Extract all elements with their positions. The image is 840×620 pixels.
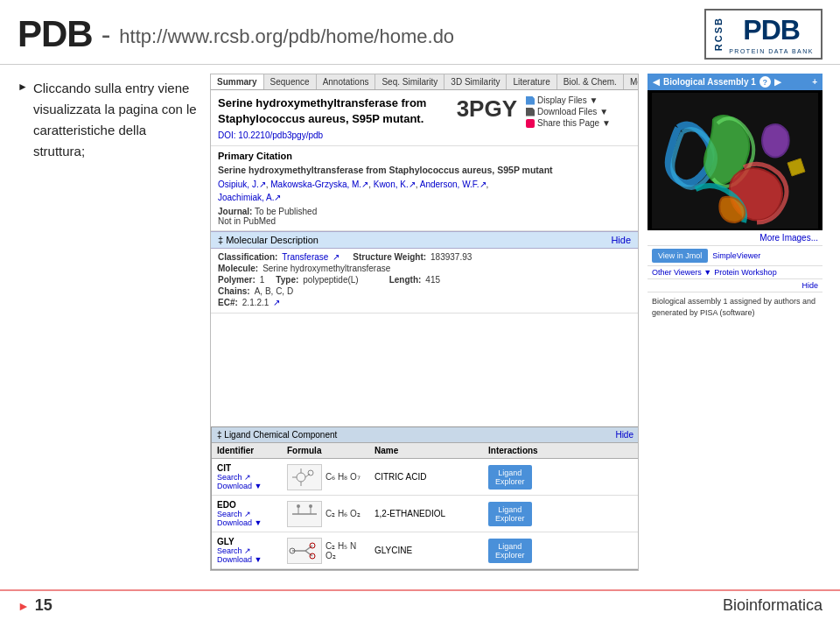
polymer-value: 1 [260,275,265,285]
display-files-label: Display Files ▼ [537,95,598,105]
doi-value[interactable]: 10.2210/pdb3pgy/pdb [238,130,323,140]
ligand-name-cit: CITRIC ACID [369,470,483,483]
bio-assembly-header: ◀ Biological Assembly 1 ? ▶ + [648,74,822,90]
journal-value: To be Published [255,207,317,216]
bio-nav-left-icon[interactable]: ◀ [653,77,660,87]
ligand-name-gly: GLYCINE [369,544,483,557]
logo-pdb-text: PDB [743,14,800,46]
other-viewers-row: Other Viewers ▼ Protein Workshop [648,266,822,279]
col-formula: Formula [282,443,369,458]
svg-point-10 [309,504,312,508]
cit-mol-thumb [287,464,322,490]
bio-hide-label[interactable]: Hide [802,281,818,290]
molecule-label: Molecule: [218,264,258,273]
protein-structure-svg [652,93,818,229]
ec-label: EC#: [218,298,238,307]
mol-classification-row: Classification: Transferase ↗ Structure … [218,252,631,262]
display-files-icon [526,96,535,105]
left-description-text: Cliccando sulla entry viene visualizzata… [33,78,201,162]
viewer-row: View in Jmol SimpleViewer [648,246,822,266]
cit-search[interactable]: Search ↗ [217,473,276,482]
ligand-int-gly: LigandExplorer [483,537,639,565]
ligand-hide[interactable]: Hide [615,430,634,440]
bullet-arrow-icon: ► [18,81,28,93]
tab-biol-chem[interactable]: Biol. & Chem. [557,74,624,89]
entry-doi: DOI: 10.2210/pdb3pgy/pdb [218,130,448,140]
view-jmol-button[interactable]: View in Jmol [652,249,708,263]
cit-structure-svg [288,465,321,490]
author-osipiuk[interactable]: Osipiuk, J.↗ [218,180,266,189]
center-panel: Summary Sequence Annotations Seq. Simila… [210,74,639,571]
type-value: polypeptide(L) [303,275,358,285]
tab-seq-similarity[interactable]: Seq. Similarity [375,74,444,89]
tab-3d-similarity[interactable]: 3D Similarity [444,74,507,89]
author-anderson[interactable]: Anderson, W.F.↗ [420,180,486,189]
simple-viewer-link[interactable]: SimpleViewer [712,251,760,260]
journal-label: Journal: [218,207,252,216]
cit-download[interactable]: Download ▼ [217,482,276,490]
edo-search[interactable]: Search ↗ [217,510,276,518]
length-label: Length: [389,275,422,285]
citation-journal: Journal: To be Published [218,207,631,216]
footer-number: 15 [35,596,52,615]
footer-bullet-icon: ► [18,599,30,613]
header-url: http://www.rcsb.org/pdb/home/home.do [119,25,454,48]
ligand-explorer-btn-edo[interactable]: LigandExplorer [488,502,532,526]
edo-mol-thumb [287,501,322,527]
polymer-label: Polymer: [218,275,256,285]
share-page-link[interactable]: Share this Page ▼ [526,118,631,128]
ligand-int-edo: LigandExplorer [483,500,639,528]
author-makowska[interactable]: Makowska-Grzyska, M.↗ [270,180,368,189]
ligand-row-gly: GLY Search ↗ Download ▼ [212,532,639,569]
display-files-link[interactable]: Display Files ▼ [526,95,631,105]
molecular-description-header: ‡ Molecular Description Hide [211,231,638,249]
ligand-title: ‡ Ligand Chemical Component [217,430,337,440]
tab-summary[interactable]: Summary [211,74,264,89]
share-page-icon [526,119,535,128]
cit-formula-text: C₆ H₈ O₇ [326,472,360,482]
tab-literature[interactable]: Literature [507,74,556,89]
citation-pubmed: Not in PubMed [218,216,631,226]
svg-point-0 [297,473,305,482]
more-images-link[interactable]: More Images... [648,230,822,246]
pdb-title: PDB [18,13,93,55]
ligand-explorer-btn-cit[interactable]: LigandExplorer [488,465,532,490]
classification-value[interactable]: Transferase [282,252,328,262]
header-dash: - [102,18,111,51]
ligand-formula-edo: C₂ H₆ O₂ [282,499,369,529]
svg-point-9 [297,504,300,508]
ligand-explorer-btn-gly[interactable]: LigandExplorer [488,539,532,563]
mol-desc-hide[interactable]: Hide [611,235,631,245]
tab-methods[interactable]: Methods [624,74,639,89]
bio-question-btn[interactable]: ? [760,76,771,88]
molecular-detail: Classification: Transferase ↗ Structure … [211,249,638,314]
other-viewers-link[interactable]: Other Viewers ▼ [652,268,711,277]
protein-workshop-link[interactable]: Protein Workshop [714,268,776,277]
primary-citation-header: Primary Citation [218,151,631,161]
primary-citation-section: Primary Citation Serine hydroxymethyltra… [211,146,638,231]
edo-download[interactable]: Download ▼ [217,518,276,527]
citation-authors: Osipiuk, J.↗, Makowska-Grzyska, M.↗, Kwo… [218,178,631,204]
struct-weight-label: Structure Weight: [353,252,426,262]
ligand-formula-cit: C₆ H₈ O₇ [282,462,369,492]
bio-nav-right-icon[interactable]: ▶ [774,77,781,87]
ligand-int-cit: LigandExplorer [483,463,639,491]
download-files-link[interactable]: Download Files ▼ [526,107,631,116]
molecule-value: Serine hydroxymethyltransferase [262,264,390,273]
gly-search[interactable]: Search ↗ [217,546,276,555]
entry-header: Serine hydroxymethyltransferase from Sta… [211,90,638,146]
entry-title: Serine hydroxymethyltransferase from Sta… [218,95,448,127]
gly-download[interactable]: Download ▼ [217,555,276,564]
chains-value: A, B, C, D [255,286,293,296]
author-kwon[interactable]: Kwon, K.↗ [374,180,416,189]
author-joachimiak[interactable]: Joachimiak, A.↗ [218,193,281,202]
mol-chains-row: Chains: A, B, C, D [218,286,631,296]
logo: RCSB PDB PROTEIN DATA BANK [704,9,822,60]
tab-annotations[interactable]: Annotations [317,74,376,89]
entry-id: 3PGY [457,95,517,123]
share-page-label: Share this Page ▼ [537,118,611,128]
bio-expand-icon[interactable]: + [812,77,817,87]
download-files-label: Download Files ▼ [537,107,608,116]
tab-sequence[interactable]: Sequence [264,74,317,89]
citation-title: Serine hydroxymethyltransferase from Sta… [218,165,631,175]
